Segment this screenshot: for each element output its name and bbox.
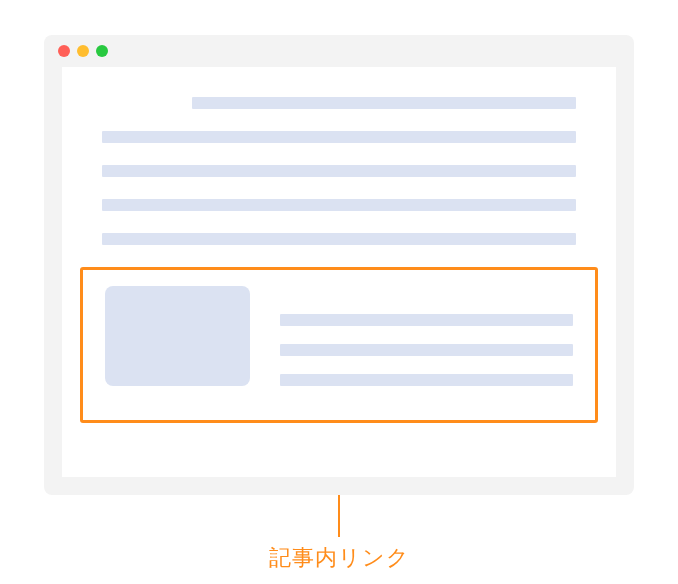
text-line [102,131,576,143]
minimize-icon [77,45,89,57]
browser-window-mockup [44,35,634,495]
annotation-label: 記事内リンク [269,543,410,573]
annotation-connector-line [338,495,340,537]
text-line [102,199,576,211]
text-line [102,165,576,177]
maximize-icon [96,45,108,57]
link-thumbnail-placeholder [105,286,250,386]
text-line [280,314,573,326]
page-content-area [62,67,616,477]
text-line [102,233,576,245]
text-line [280,344,573,356]
window-titlebar [44,35,634,67]
inline-link-highlight [80,267,598,423]
text-line [192,97,576,109]
text-line [280,374,573,386]
close-icon [58,45,70,57]
article-text-placeholder [62,97,616,245]
link-text-placeholder [280,286,573,404]
